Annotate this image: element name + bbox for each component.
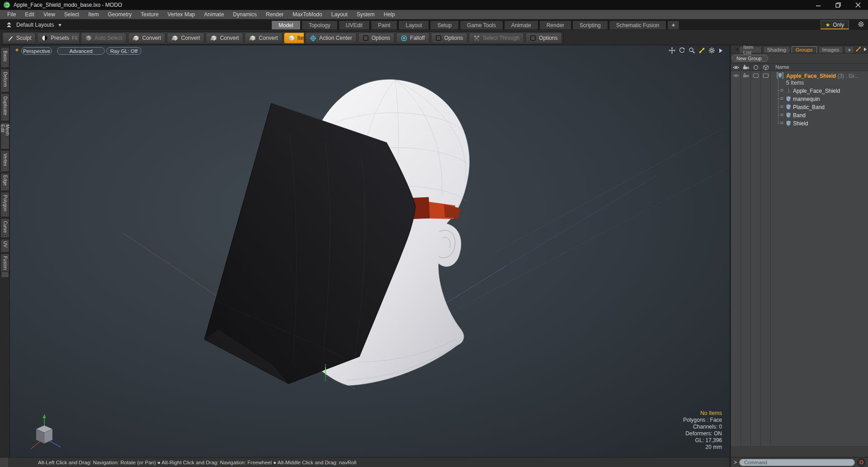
tree-item-apple-face-shield[interactable]: Apple_Face_Shield: [793, 88, 840, 94]
option-box[interactable]: [4, 214, 6, 216]
group-row[interactable]: Apple_Face_Shield (3) : Gr...: [786, 73, 859, 79]
tree-node-handle[interactable]: [781, 89, 783, 91]
tab-item-list[interactable]: Item List: [739, 46, 762, 53]
menu-system[interactable]: System: [352, 11, 379, 18]
add-panel-tab-button[interactable]: +: [844, 46, 854, 53]
tab-groups[interactable]: Groups: [792, 46, 817, 53]
tree-node-handle[interactable]: [781, 122, 783, 124]
restore-button[interactable]: [828, 0, 848, 10]
tab-paint[interactable]: Paint: [371, 20, 397, 29]
menu-vertex-map[interactable]: Vertex Map: [163, 11, 200, 18]
select-through-options-button[interactable]: Options: [525, 33, 562, 43]
menu-file[interactable]: File: [3, 11, 20, 18]
option-box[interactable]: [4, 146, 6, 148]
tree-item-mannequin[interactable]: mannequin: [793, 96, 820, 102]
tab-images[interactable]: Images: [818, 46, 844, 53]
menu-render[interactable]: Render: [261, 11, 288, 18]
left-tab-duplicate[interactable]: Duplicate: [0, 93, 9, 121]
action-center-button[interactable]: Action Center: [305, 33, 357, 43]
left-tab-edge[interactable]: Edge: [0, 173, 9, 191]
convert-edges-button[interactable]: Convert: [167, 33, 204, 43]
menu-select[interactable]: Select: [60, 11, 84, 18]
gear-icon[interactable]: [708, 47, 715, 54]
add-layout-tab-button[interactable]: +: [667, 20, 679, 29]
left-tab-curve[interactable]: Curve: [0, 218, 9, 238]
panel-handle[interactable]: [1, 272, 9, 278]
convert-polygons-button[interactable]: Convert: [206, 33, 243, 43]
option-box[interactable]: [4, 249, 6, 251]
pan-zoom-icon[interactable]: [698, 47, 705, 54]
tab-schematic-fusion[interactable]: Schematic Fusion: [609, 20, 666, 29]
render-camera-icon[interactable]: [743, 64, 749, 71]
viewport-state-dot[interactable]: [15, 48, 19, 52]
tab-shading[interactable]: Shading: [763, 46, 790, 53]
collapse-left-icon[interactable]: [736, 47, 738, 52]
option-box[interactable]: [4, 168, 6, 171]
viewport-3d[interactable]: Perspective Advanced Ray GL: Off No Item…: [10, 45, 729, 457]
perspective-button[interactable]: Perspective: [21, 47, 52, 55]
left-tab-mesh-edit[interactable]: Mesh Edit: [0, 122, 9, 149]
menu-help[interactable]: Help: [379, 11, 400, 18]
only-toggle-button[interactable]: ★ Only: [821, 20, 849, 29]
tree-node-handle[interactable]: [781, 114, 783, 116]
tab-scripting[interactable]: Scripting: [572, 20, 608, 29]
locator-column-icon[interactable]: [753, 64, 759, 71]
menu-item[interactable]: Item: [84, 11, 103, 18]
left-tab-polygon[interactable]: Polygon: [0, 192, 9, 217]
option-box[interactable]: [4, 89, 6, 91]
option-box[interactable]: [4, 118, 6, 120]
convert-materials-button[interactable]: Convert: [245, 33, 282, 43]
shading-mode-button[interactable]: Advanced: [57, 47, 105, 55]
presets-button[interactable]: PresetsF6: [37, 33, 82, 43]
tab-setup[interactable]: Setup: [430, 20, 458, 29]
option-box[interactable]: [4, 64, 6, 67]
group-toggle-box[interactable]: [753, 72, 759, 79]
tab-game-tools[interactable]: Game Tools: [460, 20, 503, 29]
pan-icon[interactable]: [669, 47, 675, 54]
left-tab-uv[interactable]: UV: [0, 239, 9, 253]
tab-render[interactable]: Render: [539, 20, 571, 29]
group-render-toggle[interactable]: [743, 72, 749, 79]
tree-item-plastic-band[interactable]: Plastic_Band: [793, 104, 825, 110]
new-group-button[interactable]: New Group: [732, 55, 768, 62]
falloff-button[interactable]: Falloff: [396, 33, 429, 43]
tab-model[interactable]: Model: [271, 20, 301, 29]
action-center-options-button[interactable]: Options: [358, 33, 395, 43]
tree-node-handle[interactable]: [781, 97, 783, 100]
menu-dynamics[interactable]: Dynamics: [228, 11, 261, 18]
tab-layout[interactable]: Layout: [398, 20, 429, 29]
left-tab-vertex[interactable]: Vertex: [0, 150, 9, 172]
detach-panel-icon[interactable]: [855, 46, 861, 52]
tree-item-band[interactable]: Band: [793, 112, 806, 119]
falloff-options-button[interactable]: Options: [431, 33, 467, 43]
auto-select-button[interactable]: Auto Select: [81, 33, 127, 43]
select-through-button[interactable]: Select Through: [469, 33, 524, 43]
left-tab-deform[interactable]: Deform: [0, 69, 9, 92]
rotate-icon[interactable]: [679, 47, 685, 54]
group-toggle-box[interactable]: [763, 72, 769, 79]
menu-view[interactable]: View: [39, 11, 60, 18]
tree-node-handle[interactable]: [781, 105, 783, 108]
tab-animate[interactable]: Animate: [504, 20, 538, 29]
panel-more-icon[interactable]: [863, 47, 867, 52]
default-layouts-button[interactable]: Default Layouts ▾: [4, 20, 64, 29]
menu-layout[interactable]: Layout: [327, 11, 352, 18]
mesh-column-icon[interactable]: [763, 64, 769, 71]
menu-animate[interactable]: Animate: [199, 11, 228, 18]
menu-maxtomodo[interactable]: MaxToModo: [288, 11, 326, 18]
tab-uvedit[interactable]: UVEdit: [339, 20, 370, 29]
tree-item-shield[interactable]: Shield: [793, 120, 808, 127]
sculpt-button[interactable]: Sculpt: [3, 33, 36, 43]
expand-right-icon[interactable]: [718, 48, 723, 53]
minimize-button[interactable]: [808, 0, 828, 10]
command-input[interactable]: [739, 459, 855, 466]
close-button[interactable]: [848, 0, 868, 10]
option-box[interactable]: [4, 234, 6, 237]
gear-icon[interactable]: [858, 21, 864, 29]
tab-topology[interactable]: Topology: [302, 20, 338, 29]
name-column-header[interactable]: Name: [775, 64, 789, 70]
option-box[interactable]: [4, 187, 6, 190]
menu-geometry[interactable]: Geometry: [104, 11, 137, 18]
viewport-3d-scene[interactable]: [10, 45, 729, 457]
ray-gl-button[interactable]: Ray GL: Off: [106, 47, 142, 55]
